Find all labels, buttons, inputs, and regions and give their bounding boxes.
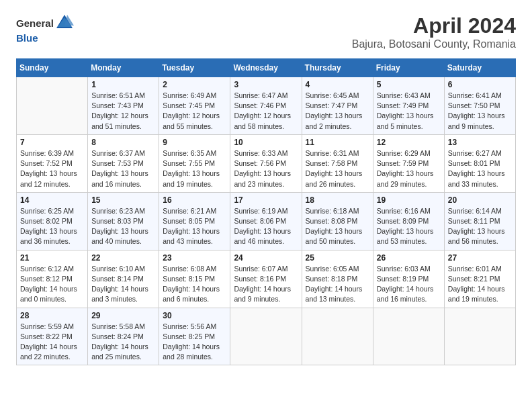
- header: General Blue April 2024 Bajura, Botosani…: [16, 13, 516, 50]
- calendar-cell: 10Sunrise: 6:33 AM Sunset: 7:56 PM Dayli…: [230, 134, 302, 192]
- col-header-saturday: Saturday: [444, 59, 515, 77]
- day-detail: Sunrise: 6:31 AM Sunset: 7:58 PM Dayligh…: [306, 148, 369, 189]
- day-number: 2: [163, 80, 226, 89]
- day-number: 8: [91, 138, 155, 147]
- calendar-cell: 5Sunrise: 6:43 AM Sunset: 7:49 PM Daylig…: [373, 77, 444, 135]
- calendar-cell: 27Sunrise: 6:01 AM Sunset: 8:21 PM Dayli…: [444, 250, 515, 308]
- calendar-cell: 12Sunrise: 6:29 AM Sunset: 7:59 PM Dayli…: [373, 134, 444, 192]
- day-number: 9: [163, 138, 226, 147]
- day-number: 6: [448, 80, 512, 89]
- day-number: 4: [306, 80, 369, 89]
- day-number: 19: [377, 195, 441, 205]
- week-row-1: 1Sunrise: 6:51 AM Sunset: 7:43 PM Daylig…: [17, 77, 516, 135]
- day-detail: Sunrise: 6:35 AM Sunset: 7:55 PM Dayligh…: [163, 148, 226, 189]
- day-detail: Sunrise: 6:29 AM Sunset: 7:59 PM Dayligh…: [377, 148, 441, 189]
- day-number: 13: [448, 138, 512, 147]
- calendar-cell: 19Sunrise: 6:16 AM Sunset: 8:09 PM Dayli…: [373, 192, 444, 250]
- day-number: 22: [91, 253, 155, 263]
- day-detail: Sunrise: 6:10 AM Sunset: 8:14 PM Dayligh…: [91, 264, 155, 305]
- day-number: 20: [448, 195, 512, 205]
- calendar-cell: 2Sunrise: 6:49 AM Sunset: 7:45 PM Daylig…: [159, 77, 230, 135]
- calendar-cell: [230, 308, 302, 365]
- day-detail: Sunrise: 5:56 AM Sunset: 8:25 PM Dayligh…: [163, 322, 226, 363]
- svg-marker-2: [64, 15, 74, 26]
- day-detail: Sunrise: 6:03 AM Sunset: 8:19 PM Dayligh…: [377, 264, 441, 305]
- day-number: 12: [377, 138, 441, 147]
- day-number: 25: [306, 253, 369, 263]
- day-number: 28: [20, 311, 84, 320]
- day-detail: Sunrise: 6:08 AM Sunset: 8:15 PM Dayligh…: [163, 264, 226, 305]
- day-number: 21: [20, 253, 84, 263]
- calendar-cell: 3Sunrise: 6:47 AM Sunset: 7:46 PM Daylig…: [230, 77, 302, 135]
- day-detail: Sunrise: 6:47 AM Sunset: 7:46 PM Dayligh…: [234, 91, 298, 132]
- main-title: April 2024: [352, 13, 516, 38]
- logo-icon: [55, 13, 74, 32]
- calendar-cell: 22Sunrise: 6:10 AM Sunset: 8:14 PM Dayli…: [88, 250, 159, 308]
- day-number: 1: [91, 80, 155, 89]
- day-detail: Sunrise: 6:01 AM Sunset: 8:21 PM Dayligh…: [448, 264, 512, 305]
- calendar-cell: 7Sunrise: 6:39 AM Sunset: 7:52 PM Daylig…: [17, 134, 88, 192]
- calendar-cell: 13Sunrise: 6:27 AM Sunset: 8:01 PM Dayli…: [444, 134, 515, 192]
- col-header-thursday: Thursday: [302, 59, 373, 77]
- day-number: 14: [20, 195, 84, 205]
- calendar-cell: [302, 308, 373, 365]
- day-detail: Sunrise: 6:33 AM Sunset: 7:56 PM Dayligh…: [234, 148, 298, 189]
- week-row-5: 28Sunrise: 5:59 AM Sunset: 8:22 PM Dayli…: [17, 308, 516, 365]
- day-detail: Sunrise: 6:23 AM Sunset: 8:03 PM Dayligh…: [91, 206, 155, 247]
- calendar-cell: [373, 308, 444, 365]
- calendar-cell: 15Sunrise: 6:23 AM Sunset: 8:03 PM Dayli…: [88, 192, 159, 250]
- day-detail: Sunrise: 6:37 AM Sunset: 7:53 PM Dayligh…: [91, 148, 155, 189]
- week-row-2: 7Sunrise: 6:39 AM Sunset: 7:52 PM Daylig…: [17, 134, 516, 192]
- calendar-cell: 8Sunrise: 6:37 AM Sunset: 7:53 PM Daylig…: [88, 134, 159, 192]
- day-number: 17: [234, 195, 298, 205]
- calendar-cell: 21Sunrise: 6:12 AM Sunset: 8:12 PM Dayli…: [17, 250, 88, 308]
- calendar-cell: 1Sunrise: 6:51 AM Sunset: 7:43 PM Daylig…: [88, 77, 159, 135]
- col-header-tuesday: Tuesday: [159, 59, 230, 77]
- calendar-cell: 14Sunrise: 6:25 AM Sunset: 8:02 PM Dayli…: [17, 192, 88, 250]
- calendar-cell: 28Sunrise: 5:59 AM Sunset: 8:22 PM Dayli…: [17, 308, 88, 365]
- day-detail: Sunrise: 6:18 AM Sunset: 8:08 PM Dayligh…: [306, 206, 369, 247]
- day-number: 23: [163, 253, 226, 263]
- day-number: 11: [306, 138, 369, 147]
- day-number: 5: [377, 80, 441, 89]
- calendar-cell: [444, 308, 515, 365]
- title-area: April 2024 Bajura, Botosani County, Roma…: [352, 13, 516, 50]
- calendar-cell: 29Sunrise: 5:58 AM Sunset: 8:24 PM Dayli…: [88, 308, 159, 365]
- day-number: 15: [91, 195, 155, 205]
- week-row-3: 14Sunrise: 6:25 AM Sunset: 8:02 PM Dayli…: [17, 192, 516, 250]
- calendar-cell: 16Sunrise: 6:21 AM Sunset: 8:05 PM Dayli…: [159, 192, 230, 250]
- col-header-wednesday: Wednesday: [230, 59, 302, 77]
- day-number: 29: [91, 311, 155, 320]
- day-detail: Sunrise: 6:14 AM Sunset: 8:11 PM Dayligh…: [448, 206, 512, 247]
- day-detail: Sunrise: 6:27 AM Sunset: 8:01 PM Dayligh…: [448, 148, 512, 189]
- logo-blue-text: Blue: [16, 32, 38, 44]
- day-detail: Sunrise: 6:45 AM Sunset: 7:47 PM Dayligh…: [306, 91, 369, 132]
- calendar-cell: 30Sunrise: 5:56 AM Sunset: 8:25 PM Dayli…: [159, 308, 230, 365]
- day-detail: Sunrise: 6:07 AM Sunset: 8:16 PM Dayligh…: [234, 264, 298, 305]
- calendar-cell: [17, 77, 88, 135]
- day-number: 30: [163, 311, 226, 320]
- calendar-cell: 17Sunrise: 6:19 AM Sunset: 8:06 PM Dayli…: [230, 192, 302, 250]
- day-detail: Sunrise: 6:51 AM Sunset: 7:43 PM Dayligh…: [91, 91, 155, 132]
- col-header-friday: Friday: [373, 59, 444, 77]
- day-detail: Sunrise: 6:25 AM Sunset: 8:02 PM Dayligh…: [20, 206, 84, 247]
- calendar-cell: 26Sunrise: 6:03 AM Sunset: 8:19 PM Dayli…: [373, 250, 444, 308]
- day-number: 18: [306, 195, 369, 205]
- calendar-cell: 18Sunrise: 6:18 AM Sunset: 8:08 PM Dayli…: [302, 192, 373, 250]
- col-header-monday: Monday: [88, 59, 159, 77]
- day-number: 7: [20, 138, 84, 147]
- day-number: 10: [234, 138, 298, 147]
- calendar-header-row: SundayMondayTuesdayWednesdayThursdayFrid…: [17, 59, 516, 77]
- day-detail: Sunrise: 6:16 AM Sunset: 8:09 PM Dayligh…: [377, 206, 441, 247]
- logo-general-text: General: [16, 18, 54, 28]
- day-detail: Sunrise: 6:12 AM Sunset: 8:12 PM Dayligh…: [20, 264, 84, 305]
- calendar-cell: 23Sunrise: 6:08 AM Sunset: 8:15 PM Dayli…: [159, 250, 230, 308]
- day-detail: Sunrise: 5:59 AM Sunset: 8:22 PM Dayligh…: [20, 322, 84, 363]
- day-detail: Sunrise: 6:21 AM Sunset: 8:05 PM Dayligh…: [163, 206, 226, 247]
- day-detail: Sunrise: 6:43 AM Sunset: 7:49 PM Dayligh…: [377, 91, 441, 132]
- day-detail: Sunrise: 5:58 AM Sunset: 8:24 PM Dayligh…: [91, 322, 155, 363]
- day-number: 3: [234, 80, 298, 89]
- day-detail: Sunrise: 6:41 AM Sunset: 7:50 PM Dayligh…: [448, 91, 512, 132]
- day-number: 26: [377, 253, 441, 263]
- calendar-cell: 4Sunrise: 6:45 AM Sunset: 7:47 PM Daylig…: [302, 77, 373, 135]
